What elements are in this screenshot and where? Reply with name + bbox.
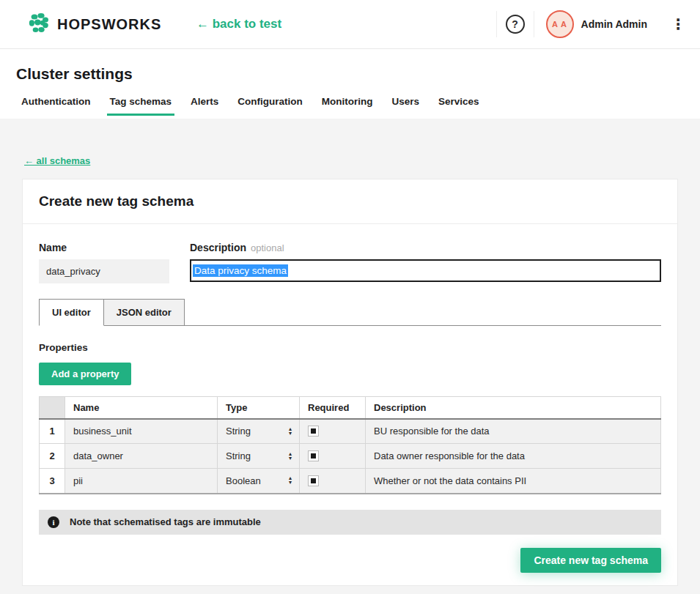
tab-services[interactable]: Services — [435, 96, 482, 116]
property-name-input[interactable]: pii — [65, 469, 218, 494]
card-title: Create new tag schema — [39, 193, 194, 209]
avatar[interactable]: A A — [546, 10, 574, 38]
select-arrows-icon: ▴▾ — [289, 452, 292, 461]
selected-text: Data privacy schema — [193, 264, 288, 277]
optional-hint: optional — [251, 242, 284, 253]
checkbox-mark — [311, 478, 316, 483]
properties-table: Name Type Required Description 1 busines… — [39, 396, 661, 494]
page-title: Cluster settings — [16, 65, 700, 83]
brand-name: HOPSWORKS — [57, 16, 161, 33]
back-to-project-link[interactable]: ← back to test — [196, 17, 281, 31]
all-schemas-link[interactable]: ← all schemas — [24, 155, 90, 166]
property-name-input[interactable]: data_owner — [65, 444, 218, 469]
description-input[interactable]: Data privacy schema — [190, 259, 661, 282]
property-type-select[interactable]: String ▴▾ — [218, 444, 300, 469]
kebab-menu-icon[interactable]: ⋮ — [666, 17, 690, 31]
property-type-select[interactable]: Boolean ▴▾ — [218, 469, 300, 494]
page-head: Cluster settings Authentication Tag sche… — [0, 49, 700, 119]
description-label: Descriptionoptional — [190, 242, 661, 253]
row-number-header — [40, 397, 65, 419]
app-header: HOPSWORKS ← back to test ? A A Admin Adm… — [0, 0, 700, 49]
table-row: 1 business_unit String ▴▾ BU responsible… — [40, 419, 661, 444]
brand[interactable]: HOPSWORKS — [28, 12, 161, 37]
immutable-note: i Note that schematised tags are immutab… — [39, 510, 661, 535]
select-arrows-icon: ▴▾ — [289, 476, 292, 485]
required-column-header: Required — [300, 397, 366, 419]
info-icon: i — [48, 516, 59, 528]
name-input[interactable]: data_privacy — [39, 259, 169, 283]
required-checkbox[interactable] — [308, 475, 319, 486]
required-cell — [300, 419, 366, 444]
select-arrows-icon: ▴▾ — [289, 427, 292, 436]
tab-configuration[interactable]: Configuration — [235, 96, 305, 116]
hopsworks-logo-icon — [28, 12, 50, 37]
tab-tag-schemas[interactable]: Tag schemas — [107, 96, 175, 116]
required-cell — [300, 469, 366, 494]
row-number: 2 — [40, 444, 65, 469]
note-text: Note that schematised tags are immutable — [70, 516, 261, 527]
property-description-input[interactable]: Whether or not the data contains PII — [366, 469, 661, 494]
help-icon: ? — [506, 15, 525, 34]
type-column-header: Type — [218, 397, 300, 419]
user-name: Admin Admin — [581, 18, 647, 30]
required-checkbox[interactable] — [308, 450, 319, 461]
row-number: 1 — [40, 419, 65, 444]
tab-json-editor[interactable]: JSON editor — [104, 299, 185, 326]
card-header: Create new tag schema — [23, 179, 677, 224]
settings-tabs: Authentication Tag schemas Alerts Config… — [18, 96, 700, 116]
tab-ui-editor[interactable]: UI editor — [39, 299, 104, 326]
checkbox-mark — [311, 453, 316, 459]
property-name-input[interactable]: business_unit — [65, 419, 218, 444]
create-tag-schema-button[interactable]: Create new tag schema — [520, 548, 661, 573]
property-description-input[interactable]: BU responsible for the data — [366, 419, 661, 444]
editor-tabs: UI editor JSON editor — [39, 299, 661, 326]
help-button[interactable]: ? — [497, 15, 534, 34]
checkbox-mark — [311, 428, 316, 434]
required-checkbox[interactable] — [308, 426, 319, 437]
name-label: Name — [39, 242, 169, 253]
tab-authentication[interactable]: Authentication — [18, 96, 94, 116]
tab-users[interactable]: Users — [389, 96, 423, 116]
row-number: 3 — [40, 469, 65, 494]
property-description-input[interactable]: Data owner responsible for the data — [366, 444, 661, 469]
required-cell — [300, 444, 366, 469]
name-column-header: Name — [65, 397, 218, 419]
properties-label: Properties — [39, 342, 661, 353]
tab-alerts[interactable]: Alerts — [188, 96, 221, 116]
add-property-button[interactable]: Add a property — [39, 363, 131, 385]
table-row: 2 data_owner String ▴▾ Data owner respon… — [40, 444, 661, 469]
description-column-header: Description — [366, 397, 661, 419]
create-schema-card: Create new tag schema Name data_privacy … — [22, 179, 678, 586]
table-row: 3 pii Boolean ▴▾ Whether or not the data… — [40, 469, 661, 494]
property-type-select[interactable]: String ▴▾ — [218, 419, 300, 444]
tab-monitoring[interactable]: Monitoring — [319, 96, 376, 116]
divider — [534, 11, 534, 37]
